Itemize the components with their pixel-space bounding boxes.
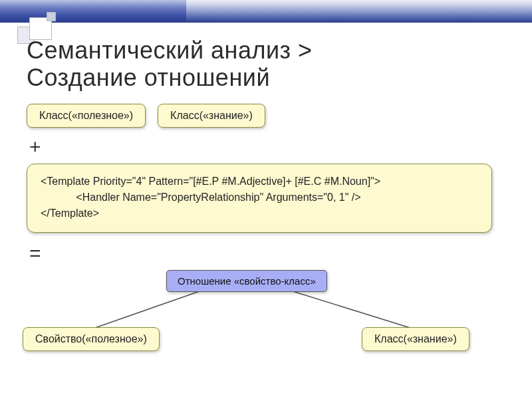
relation-diagram: Отношение «свойство-класс» Свойство(«пол… [27, 270, 505, 363]
slide-top-bar [0, 0, 532, 23]
class-box-knowledge: Класс(«знание») [158, 104, 265, 128]
code-line-3: </Template> [41, 207, 99, 219]
slide-content: Семантический анализ > Создание отношени… [27, 37, 505, 363]
title-line-1: Семантический анализ > [27, 37, 313, 64]
input-classes-row: Класс(«полезное») Класс(«знание») [27, 104, 505, 128]
svg-line-1 [293, 291, 412, 329]
template-code-box: <Template Priority="4" Pattern="[#E.P #M… [27, 164, 492, 233]
property-box-useful: Свойство(«полезное») [23, 327, 160, 351]
code-line-2: <Handler Name="PropertyRelationship" Arg… [41, 192, 361, 203]
operator-equals: = [29, 242, 505, 265]
operator-plus: + [29, 136, 505, 158]
relation-title-box: Отношение «свойство-класс» [166, 270, 327, 292]
class-box-knowledge-result: Класс(«знание») [362, 327, 469, 351]
class-box-useful: Класс(«полезное») [27, 104, 146, 128]
title-line-2: Создание отношений [27, 64, 270, 91]
code-line-1: <Template Priority="4" Pattern="[#E.P #M… [41, 176, 380, 187]
svg-line-0 [93, 291, 200, 329]
slide-title: Семантический анализ > Создание отношени… [27, 37, 505, 92]
